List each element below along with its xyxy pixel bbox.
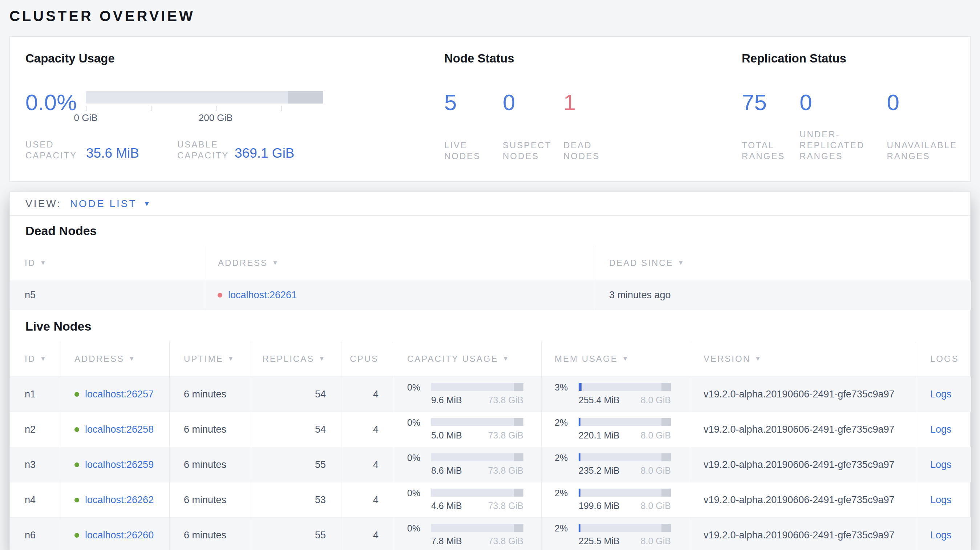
mem-used-value: 235.2 MiB <box>579 465 620 476</box>
axis-tick <box>86 106 86 111</box>
dead-nodes-table: ID ▼ ADDRESS ▼ DEAD SINCE ▼ n5 localhost… <box>10 245 970 310</box>
dead-col-dead-since[interactable]: DEAD SINCE ▼ <box>595 245 971 280</box>
view-bar: VIEW: NODE LIST ▼ <box>10 192 970 216</box>
live-status-dot-icon <box>75 498 79 502</box>
node-logs-cell: Logs <box>917 376 971 412</box>
chevron-down-icon: ▼ <box>143 200 152 208</box>
logs-link[interactable]: Logs <box>930 530 952 541</box>
mem-usage-bar-fill <box>579 418 581 426</box>
node-logs-cell: Logs <box>917 447 971 482</box>
node-uptime: 6 minutes <box>170 376 250 412</box>
sort-arrow-icon: ▼ <box>622 355 630 362</box>
node-replicas: 53 <box>250 482 341 517</box>
sort-arrow-icon: ▼ <box>129 355 136 362</box>
capacity-used-value: 8.6 MiB <box>431 465 462 476</box>
node-address-cell: localhost:26262 <box>61 482 170 517</box>
logs-link[interactable]: Logs <box>930 459 952 471</box>
mem-usage-bar-fill <box>579 383 582 391</box>
node-status-title: Node Status <box>444 51 730 66</box>
mem-total-value: 8.0 GiB <box>641 536 671 546</box>
capacity-usage-section: Capacity Usage 0.0% 0 GiB <box>10 51 433 181</box>
mem-usage-bar-other-segment <box>662 524 671 532</box>
dead-col-address[interactable]: ADDRESS ▼ <box>204 245 595 280</box>
under-replicated-ranges-label: UNDER-REPLICATED RANGES <box>799 129 878 162</box>
mem-percent-label: 3% <box>555 383 579 392</box>
mem-usage-bar-fill <box>579 453 581 461</box>
node-logs-cell: Logs <box>917 482 971 517</box>
mem-usage-bar <box>579 383 671 391</box>
node-mem-usage: 2% 225.5 MiB 8.0 GiB <box>542 517 689 550</box>
total-ranges-stat: 75 TOTAL RANGES <box>742 91 799 162</box>
suspect-nodes-stat: 0 SUSPECT NODES <box>503 91 563 162</box>
col-id[interactable]: ID ▼ <box>10 342 61 376</box>
mem-usage-bar <box>579 489 671 497</box>
mem-total-value: 8.0 GiB <box>641 395 671 405</box>
node-version: v19.2.0-alpha.20190606-2491-gfe735c9a97 <box>689 376 917 412</box>
logs-link[interactable]: Logs <box>930 389 952 400</box>
node-address-link[interactable]: localhost:26257 <box>85 389 154 400</box>
live-status-dot-icon <box>75 533 79 538</box>
logs-link[interactable]: Logs <box>930 424 952 435</box>
node-mem-usage: 2% 220.1 MiB 8.0 GiB <box>542 412 689 447</box>
capacity-bar-other-segment <box>288 91 323 103</box>
col-capacity-usage[interactable]: CAPACITY USAGE ▼ <box>394 342 542 376</box>
capacity-total-value: 73.8 GiB <box>488 430 523 441</box>
dead-node-address-cell: localhost:26261 <box>204 280 595 310</box>
node-address-link[interactable]: localhost:26258 <box>85 424 154 435</box>
unavailable-ranges-count: 0 <box>887 91 970 114</box>
capacity-used-value: 5.0 MiB <box>431 430 462 441</box>
capacity-percent-label: 0% <box>407 489 431 498</box>
node-id: n6 <box>10 517 61 550</box>
mem-percent-label: 2% <box>555 524 579 533</box>
summary-panel: Capacity Usage 0.0% 0 GiB <box>10 37 970 182</box>
col-mem-usage[interactable]: MEM USAGE ▼ <box>542 342 689 376</box>
node-uptime: 6 minutes <box>170 517 250 550</box>
node-status-section: Node Status 5 LIVE NODES 0 SUSPECT NODES… <box>433 51 730 181</box>
col-replicas[interactable]: REPLICAS ▼ <box>250 342 341 376</box>
col-cpus: CPUS <box>341 342 394 376</box>
node-cpus: 4 <box>341 447 394 482</box>
node-address-link[interactable]: localhost:26261 <box>228 289 297 301</box>
capacity-usage-title: Capacity Usage <box>25 51 433 66</box>
capacity-bar: 0 GiB 200 GiB <box>86 91 323 122</box>
live-nodes-heading: Live Nodes <box>10 310 970 342</box>
node-replicas: 55 <box>250 447 341 482</box>
view-label: VIEW: <box>25 198 61 210</box>
sort-arrow-icon: ▼ <box>40 355 47 362</box>
sort-arrow-icon: ▼ <box>228 355 235 362</box>
capacity-bar-track <box>86 91 323 103</box>
unavailable-ranges-stat: 0 UNAVAILABLE RANGES <box>887 91 970 162</box>
capacity-usage-bar <box>431 418 523 426</box>
view-dropdown[interactable]: NODE LIST ▼ <box>70 198 152 210</box>
node-address-link[interactable]: localhost:26260 <box>85 530 154 541</box>
col-version[interactable]: VERSION ▼ <box>689 342 917 376</box>
mem-percent-label: 2% <box>555 453 579 462</box>
sort-arrow-icon: ▼ <box>318 355 326 362</box>
capacity-percent-label: 0% <box>407 524 431 533</box>
capacity-total-value: 73.8 GiB <box>488 536 523 546</box>
mem-used-value: 255.4 MiB <box>579 395 620 405</box>
logs-link[interactable]: Logs <box>930 494 952 505</box>
unavailable-ranges-label: UNAVAILABLE RANGES <box>887 140 970 162</box>
mem-used-value: 220.1 MiB <box>579 430 620 441</box>
capacity-total-value: 73.8 GiB <box>488 501 523 511</box>
dead-col-id[interactable]: ID ▼ <box>10 245 204 280</box>
node-address-link[interactable]: localhost:26262 <box>85 494 154 505</box>
dead-nodes-count: 1 <box>563 91 612 114</box>
live-status-dot-icon <box>75 392 79 397</box>
node-uptime: 6 minutes <box>170 412 250 447</box>
axis-tick <box>281 106 282 111</box>
node-id: n2 <box>10 412 61 447</box>
col-uptime[interactable]: UPTIME ▼ <box>170 342 250 376</box>
live-nodes-count: 5 <box>444 91 503 114</box>
page-title: CLUSTER OVERVIEW <box>10 8 980 24</box>
suspect-nodes-count: 0 <box>503 91 563 114</box>
total-ranges-label: TOTAL RANGES <box>742 140 785 162</box>
cluster-overview-page: CLUSTER OVERVIEW Capacity Usage 0.0% <box>0 8 980 550</box>
col-address[interactable]: ADDRESS ▼ <box>61 342 170 376</box>
view-dropdown-value: NODE LIST <box>70 198 137 210</box>
capacity-used-value: 9.6 MiB <box>431 395 462 405</box>
node-address-link[interactable]: localhost:26259 <box>85 459 154 471</box>
usable-capacity-label: USABLE CAPACITY <box>177 139 235 161</box>
sort-arrow-icon: ▼ <box>503 355 510 362</box>
